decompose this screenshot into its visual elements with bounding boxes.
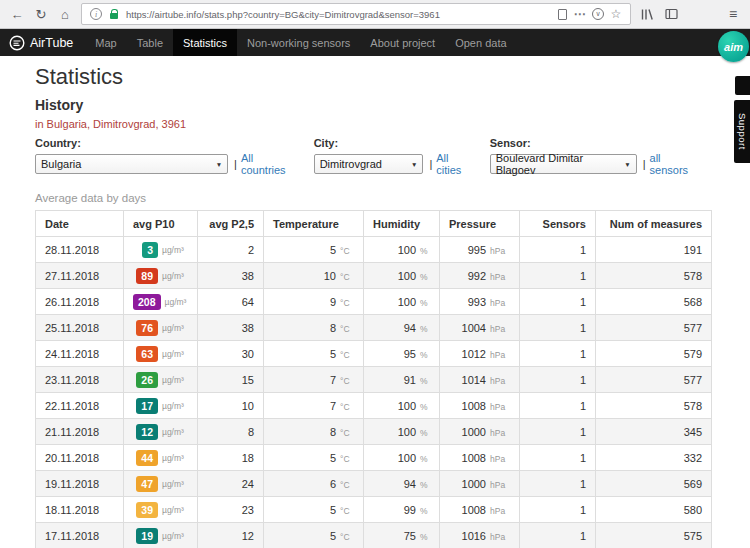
p10-unit: µg/m³ (162, 479, 188, 489)
temperature-cell-value: 5 (330, 348, 336, 360)
url-text[interactable]: https://airtube.info/stats.php?country=B… (123, 9, 553, 20)
site-info-icon[interactable]: i (87, 5, 105, 23)
avg-p10-cell: 63µg/m³ (124, 341, 198, 367)
pressure-cell-unit: hPa (490, 376, 510, 386)
humidity-cell-value: 91 (404, 374, 416, 386)
humidity-cell-unit: % (420, 480, 430, 490)
pressure-cell-value: 1008 (462, 400, 486, 412)
support-tab-label: Support (737, 113, 748, 150)
pressure-cell-unit: hPa (490, 272, 510, 282)
humidity-cell-value: 100 (398, 244, 416, 256)
p10-unit: µg/m³ (162, 401, 188, 411)
support-widget-icon[interactable] (735, 76, 750, 95)
sensors-cell: 1 (520, 289, 596, 315)
sidebar-icon[interactable] (659, 3, 683, 25)
column-header: Humidity (364, 211, 440, 237)
pressure-cell-value: 1008 (462, 504, 486, 516)
column-header: avg P2,5 (198, 211, 264, 237)
sensors-cell: 1 (520, 523, 596, 548)
nav-item-open-data[interactable]: Open data (445, 29, 516, 56)
separator: | (643, 158, 646, 170)
bookmark-star-icon[interactable]: ☆ (607, 5, 625, 23)
aim-logo[interactable]: aim (718, 31, 749, 62)
all-countries-link[interactable]: All countries (241, 152, 300, 176)
pressure-cell-unit: hPa (490, 298, 510, 308)
humidity-cell: 100% (364, 393, 440, 419)
menu-icon[interactable]: ≡ (721, 3, 745, 25)
avg-p25-cell: 12 (198, 523, 264, 548)
back-icon[interactable]: ← (5, 3, 29, 25)
reload-icon[interactable]: ↻ (29, 3, 53, 25)
home-icon[interactable]: ⌂ (53, 3, 77, 25)
pocket-chevron-icon: ∨ (592, 8, 604, 20)
humidity-cell: 100% (364, 237, 440, 263)
nav-item-about-project[interactable]: About project (360, 29, 445, 56)
pressure-cell-value: 1014 (462, 374, 486, 386)
humidity-cell: 75% (364, 523, 440, 548)
pressure-cell-value: 995 (468, 244, 486, 256)
nav-item-statistics[interactable]: Statistics (173, 29, 237, 56)
pressure-cell-unit: hPa (490, 246, 510, 256)
pressure-cell-unit: hPa (490, 506, 510, 516)
measures-cell: 580 (596, 497, 712, 523)
pressure-cell-value: 1012 (462, 348, 486, 360)
temperature-cell-value: 5 (330, 452, 336, 464)
table-row: 22.11.201817µg/m³107°C100%1008hPa1578 (36, 393, 712, 419)
p10-badge: 208 (133, 294, 161, 310)
date-cell: 28.11.2018 (36, 237, 124, 263)
nav-item-map[interactable]: Map (85, 29, 126, 56)
sensor-label: Sensor: (490, 137, 701, 149)
humidity-cell: 95% (364, 341, 440, 367)
avg-p25-cell: 18 (198, 445, 264, 471)
page-title: Statistics (35, 64, 715, 89)
humidity-cell-unit: % (420, 272, 430, 282)
avg-p25-cell: 24 (198, 471, 264, 497)
temperature-cell: 7°C (264, 367, 364, 393)
table-row: 21.11.201812µg/m³88°C100%1000hPa1345 (36, 419, 712, 445)
city-select[interactable]: Dimitrovgrad ▼ (314, 154, 424, 174)
support-tab[interactable]: Support (734, 100, 750, 163)
all-sensors-link[interactable]: all sensors (650, 152, 701, 176)
stats-table: Dateavg P10avg P2,5TemperatureHumidityPr… (35, 210, 712, 548)
measures-cell: 568 (596, 289, 712, 315)
reader-mode-icon[interactable] (553, 5, 571, 23)
nav-item-table[interactable]: Table (127, 29, 173, 56)
https-lock-icon[interactable] (105, 5, 123, 23)
pocket-icon[interactable]: ∨ (589, 5, 607, 23)
pressure-cell: 993hPa (440, 289, 520, 315)
temperature-cell-value: 5 (330, 244, 336, 256)
p10-unit: µg/m³ (162, 349, 188, 359)
airtube-brand[interactable]: AirTube (0, 29, 85, 56)
temperature-cell-unit: °C (340, 298, 354, 308)
date-cell: 27.11.2018 (36, 263, 124, 289)
temperature-cell-value: 6 (330, 478, 336, 490)
sensor-select[interactable]: Boulevard Dimitar Blagoev ▼ (490, 154, 637, 174)
country-select[interactable]: Bulgaria ▼ (35, 154, 228, 174)
pressure-cell-value: 993 (468, 296, 486, 308)
temperature-cell: 8°C (264, 315, 364, 341)
table-header-row: Dateavg P10avg P2,5TemperatureHumidityPr… (36, 211, 712, 237)
avg-p10-cell: 208µg/m³ (124, 289, 198, 315)
sensors-cell: 1 (520, 471, 596, 497)
aim-logo-text: aim (724, 41, 743, 53)
location-line: in Bulgaria, Dimitrovgrad, 3961 (35, 118, 715, 130)
p10-unit: µg/m³ (165, 297, 191, 307)
humidity-cell-unit: % (420, 428, 430, 438)
humidity-cell-value: 100 (398, 270, 416, 282)
avg-p10-cell: 12µg/m³ (124, 419, 198, 445)
p10-unit: µg/m³ (162, 505, 188, 515)
pressure-cell-unit: hPa (490, 480, 510, 490)
date-cell: 22.11.2018 (36, 393, 124, 419)
page-actions-icon[interactable]: ⋯ (571, 5, 589, 23)
all-cities-link[interactable]: All cities (436, 152, 475, 176)
nav-item-non-working-sensors[interactable]: Non-working sensors (237, 29, 360, 56)
temperature-cell: 5°C (264, 237, 364, 263)
country-filter-group: Country: Bulgaria ▼ | All countries (35, 137, 300, 176)
p10-unit: µg/m³ (162, 245, 188, 255)
humidity-cell-unit: % (420, 246, 430, 256)
library-icon[interactable] (635, 3, 659, 25)
sensors-cell: 1 (520, 393, 596, 419)
address-bar[interactable]: i https://airtube.info/stats.php?country… (81, 3, 631, 25)
temperature-cell-unit: °C (340, 402, 354, 412)
city-label: City: (314, 137, 476, 149)
